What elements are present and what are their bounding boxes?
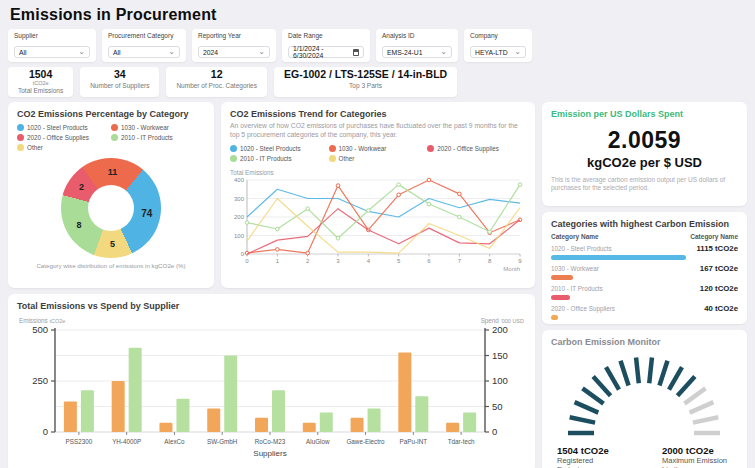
legend-swatch-icon xyxy=(111,124,118,131)
legend-item[interactable]: 2010 - IT Products xyxy=(111,134,205,141)
svg-text:7: 7 xyxy=(458,258,462,264)
supplier-bar-chart: 0501001502000250500PSS2300YH-4000PAlexCo… xyxy=(17,324,524,459)
legend-label: 1030 - Workwear xyxy=(339,145,387,152)
category-name: 1030 - Workwear xyxy=(551,265,599,272)
legend-item[interactable]: Other xyxy=(17,144,111,151)
calendar-icon xyxy=(353,49,359,56)
legend-swatch-icon xyxy=(111,134,118,141)
category-row: 2010 - IT Products120 tCO2e xyxy=(551,284,738,300)
filter-label: Date Range xyxy=(288,32,364,46)
supplier-select[interactable]: All ⌄ xyxy=(14,46,90,58)
kpi-unit: tCO2e xyxy=(18,81,63,87)
bar-axis-labels: Emissions tCO2e Spend '000 USD xyxy=(19,317,524,324)
kpi-label: Top 3 Parts xyxy=(284,82,447,89)
column-header-left: Category Name xyxy=(551,233,599,240)
svg-text:2: 2 xyxy=(306,258,310,264)
legend-label: 2020 - Office Supplies xyxy=(437,145,499,152)
svg-text:0: 0 xyxy=(245,258,249,264)
donut-caption: Category wise distribution of emissions … xyxy=(17,262,205,269)
svg-text:5: 5 xyxy=(397,258,401,264)
reporting-year-select[interactable]: 2024 ⌄ xyxy=(198,46,270,58)
kpi-number-of-categories: 12 Number of Proc. Categories xyxy=(166,67,267,97)
filter-label: Company xyxy=(470,32,526,46)
legend-label: 2020 - Office Supplies xyxy=(27,134,89,141)
donut-value-label: 8 xyxy=(77,220,82,230)
chevron-down-icon: ⌄ xyxy=(78,49,85,55)
svg-text:Suppliers: Suppliers xyxy=(253,449,286,458)
trend-line-chart: 01002003004000123456789Month xyxy=(230,176,524,272)
svg-text:PaPu-INT: PaPu-INT xyxy=(400,438,428,445)
category-name: 1020 - Steel Products xyxy=(551,245,612,252)
maximum-emission-limit-label: 2000 tCO2e Maximum Emission Limit xyxy=(662,445,732,468)
legend-label: 1020 - Steel Products xyxy=(240,145,301,152)
category-bar xyxy=(551,255,686,260)
kpi-value: EG-1002 / LTS-125SE / 14-in-BLD xyxy=(284,69,447,81)
filter-label: Procurement Category xyxy=(108,32,180,46)
legend-item[interactable]: 2020 - Office Supplies xyxy=(17,134,111,141)
category-bar xyxy=(551,275,573,280)
selected-value: HEYA-LTD xyxy=(475,49,508,56)
svg-text:6: 6 xyxy=(427,258,431,264)
category-value: 167 tCO2e xyxy=(700,264,738,273)
svg-text:AlexCo: AlexCo xyxy=(164,438,185,445)
svg-text:50: 50 xyxy=(492,401,503,412)
left-axis-label: Emissions tCO2e xyxy=(19,317,65,324)
chevron-down-icon: ⌄ xyxy=(514,49,521,55)
category-row: 2020 - Office Suppliers40 tCO2e xyxy=(551,304,738,320)
procurement-category-select[interactable]: All ⌄ xyxy=(108,46,180,58)
svg-text:RoCo-M23: RoCo-M23 xyxy=(255,438,286,445)
svg-text:400: 400 xyxy=(234,177,245,183)
chevron-down-icon: ⌄ xyxy=(258,49,265,55)
kpi-label: Total Emissions xyxy=(18,87,63,94)
svg-text:Tdar-tech: Tdar-tech xyxy=(448,438,475,445)
panel-title: CO2 Emissions Percentage by Category xyxy=(17,109,205,119)
legend-item[interactable]: 1020 - Steel Products xyxy=(230,145,329,152)
kpi-value: 12 xyxy=(176,69,257,81)
panel-title: Carbon Emission Monitor xyxy=(551,337,738,347)
category-row: 1030 - Workwear167 tCO2e xyxy=(551,264,738,280)
date-range-picker[interactable]: 1/1/2024 - 6/30/2024 xyxy=(288,46,364,58)
kpi-row: 1504 tCO2e Total Emissions 34 Number of … xyxy=(8,67,747,97)
svg-text:AluGlow: AluGlow xyxy=(306,438,330,445)
legend-swatch-icon xyxy=(427,145,434,152)
legend-item[interactable]: 1030 - Workwear xyxy=(111,124,205,131)
panel-title: Total Emissions vs Spend by Supplier xyxy=(17,301,526,311)
emission-gauge xyxy=(551,347,738,439)
donut-legend: 1020 - Steel Products1030 - Workwear2020… xyxy=(17,124,205,154)
filter-label: Supplier xyxy=(14,32,90,46)
svg-text:Gawe-Electro: Gawe-Electro xyxy=(346,438,385,445)
analysis-id-select[interactable]: EMS-24-U1 ⌄ xyxy=(382,46,452,58)
emission-per-usd-caption: This is the average carbon emission outp… xyxy=(551,176,738,193)
kpi-value: 1504 xyxy=(18,69,63,81)
legend-item[interactable]: 1020 - Steel Products xyxy=(17,124,111,131)
donut-hole xyxy=(88,185,134,231)
category-bar xyxy=(551,295,570,300)
registered-emissions-label: 1504 tCO2e Registered Emissions xyxy=(557,445,617,468)
y-axis-label: Total Emissions xyxy=(230,169,526,176)
panel-title: CO2 Emissions Trend for Categories xyxy=(230,109,526,119)
svg-text:8: 8 xyxy=(488,258,492,264)
donut-value-label: 74 xyxy=(141,207,152,218)
panel-carbon-emission-monitor: Carbon Emission Monitor 1504 tCO2e Regis… xyxy=(542,330,747,468)
svg-text:200: 200 xyxy=(492,324,508,335)
legend-item[interactable]: 1030 - Workwear xyxy=(329,145,428,152)
company-select[interactable]: HEYA-LTD ⌄ xyxy=(470,46,526,58)
panel-emissions-trend: CO2 Emissions Trend for Categories An ov… xyxy=(221,102,535,288)
legend-item[interactable]: Other xyxy=(329,155,428,162)
svg-text:100: 100 xyxy=(492,375,508,386)
donut-value-label: 5 xyxy=(110,239,115,249)
kpi-number-of-suppliers: 34 Number of Suppliers xyxy=(80,67,159,97)
legend-item[interactable]: 2010 - IT Products xyxy=(230,155,329,162)
legend-item[interactable]: 2020 - Office Supplies xyxy=(427,145,526,152)
panel-title: Emission per US Dollars Spent xyxy=(551,109,738,119)
right-axis-label: Spend '000 USD xyxy=(481,317,524,324)
svg-text:SW-GmbH: SW-GmbH xyxy=(207,438,238,445)
kpi-value: 34 xyxy=(90,69,149,81)
filter-analysis-id: Analysis ID EMS-24-U1 ⌄ xyxy=(376,29,458,62)
chevron-down-icon: ⌄ xyxy=(440,49,447,55)
panel-emissions-by-category: CO2 Emissions Percentage by Category 102… xyxy=(8,102,214,288)
dashboard: Emissions in Procurement Supplier All ⌄ … xyxy=(0,0,755,468)
svg-text:9: 9 xyxy=(518,258,522,264)
svg-text:4: 4 xyxy=(367,258,371,264)
filter-label: Analysis ID xyxy=(382,32,452,46)
